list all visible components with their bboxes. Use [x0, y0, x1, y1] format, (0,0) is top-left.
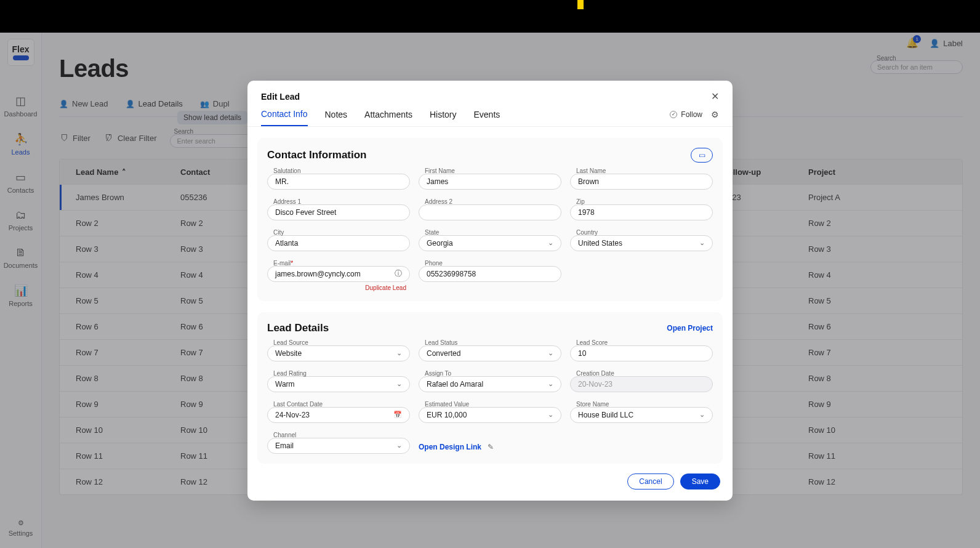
open-project-link[interactable]: Open Project: [667, 324, 713, 332]
close-icon[interactable]: ✕: [711, 92, 719, 102]
section-lead-details: Lead Details Open Project Lead Source We…: [257, 312, 723, 464]
chevron-down-icon: ⌄: [699, 411, 705, 419]
tab-history[interactable]: History: [430, 110, 457, 126]
chevron-down-icon: ⌄: [548, 349, 553, 357]
lead-rating-select[interactable]: Warm ⌄: [267, 376, 410, 392]
save-button[interactable]: Save: [680, 473, 720, 490]
field-value: 24-Nov-23: [275, 411, 310, 419]
email-error: Duplicate Lead: [267, 284, 410, 291]
lead-source-select[interactable]: Website ⌄: [267, 345, 410, 361]
chevron-down-icon: ⌄: [396, 380, 402, 388]
channel-select[interactable]: Email ⌄: [267, 438, 410, 454]
field-channel: Channel Email ⌄: [267, 432, 410, 454]
country-select[interactable]: United States ⌄: [570, 235, 713, 251]
field-value: Rafael do Amaral: [427, 380, 483, 389]
field-creation-date: Creation Date 20-Nov-23: [570, 370, 713, 392]
caret-marker: [577, 0, 584, 9]
field-value: Website: [275, 349, 302, 358]
tab-events[interactable]: Events: [473, 110, 500, 126]
field-assign-to: Assign To Rafael do Amaral ⌄: [419, 370, 561, 392]
calendar-icon[interactable]: 📅: [393, 411, 402, 419]
field-phone: Phone 055236998758: [419, 260, 561, 291]
field-value: Atlanta: [275, 239, 298, 248]
modal-footer: Cancel Save: [247, 464, 733, 501]
section-title: Lead Details: [267, 322, 329, 334]
lead-status-select[interactable]: Converted ⌄: [419, 345, 561, 361]
email-label-text: E-mail: [273, 260, 291, 267]
modal-header: Edit Lead ✕: [247, 81, 733, 102]
details-grid: Lead Source Website ⌄ Lead Status Conver…: [267, 339, 713, 454]
section-head: Lead Details Open Project: [267, 322, 713, 334]
field-estimated-value: Estimated Value EUR 10,000 ⌄: [419, 401, 561, 423]
field-value: james.brown@cyncly.com: [275, 270, 361, 278]
last-name-input[interactable]: Brown: [570, 174, 713, 190]
tab-attachments[interactable]: Attachments: [364, 110, 412, 126]
field-city: City Atlanta: [267, 229, 410, 251]
field-last-name: Last Name Brown: [570, 167, 713, 190]
salutation-input[interactable]: MR.: [267, 174, 410, 190]
field-value: Warm: [275, 380, 295, 389]
field-lead-score: Lead Score 10: [570, 339, 713, 361]
address1-input[interactable]: Disco Fever Street: [267, 204, 410, 220]
zip-input[interactable]: 1978: [570, 204, 713, 220]
field-value: House Build LLC: [578, 411, 633, 419]
city-input[interactable]: Atlanta: [267, 235, 410, 251]
check-icon: ✓: [670, 111, 677, 118]
tab-notes[interactable]: Notes: [325, 110, 348, 126]
field-value: James: [427, 177, 448, 186]
first-name-input[interactable]: James: [419, 174, 561, 190]
phone-input[interactable]: 055236998758: [419, 266, 561, 282]
contact-grid: Salutation MR. First Name James Last Nam…: [267, 167, 713, 291]
chevron-down-icon: ⌄: [699, 239, 705, 247]
lead-score-input[interactable]: 10: [570, 345, 713, 361]
field-lead-status: Lead Status Converted ⌄: [419, 339, 561, 361]
cancel-button[interactable]: Cancel: [627, 473, 673, 490]
field-first-name: First Name James: [419, 167, 561, 190]
os-topbar: [0, 0, 980, 33]
estimated-value-select[interactable]: EUR 10,000 ⌄: [419, 407, 561, 423]
required-marker: *: [291, 260, 293, 267]
modal-tabs: Contact Info Notes Attachments History E…: [247, 102, 733, 127]
open-design-link-row: Open Design Link ✎: [419, 443, 561, 454]
chevron-down-icon: ⌄: [396, 441, 402, 449]
open-design-link[interactable]: Open Design Link: [419, 443, 481, 451]
chevron-down-icon: ⌄: [396, 349, 402, 357]
assign-to-select[interactable]: Rafael do Amaral ⌄: [419, 376, 561, 392]
field-salutation: Salutation MR.: [267, 167, 410, 190]
field-store-name: Store Name House Build LLC ⌄: [570, 401, 713, 423]
field-value: 10: [578, 349, 586, 358]
address2-input[interactable]: [419, 204, 561, 220]
section-title: Contact Information: [267, 149, 367, 161]
field-value: 1978: [578, 208, 595, 217]
field-state: State Georgia ⌄: [419, 229, 561, 251]
field-last-contact: Last Contact Date 24-Nov-23 📅: [267, 401, 410, 423]
field-address1: Address 1 Disco Fever Street: [267, 198, 410, 220]
info-icon[interactable]: ⓘ: [395, 268, 402, 279]
field-value: MR.: [275, 177, 289, 186]
state-select[interactable]: Georgia ⌄: [419, 235, 561, 251]
tab-contact-info[interactable]: Contact Info: [261, 109, 308, 126]
section-head: Contact Information ▭: [267, 148, 713, 163]
field-value: Brown: [578, 177, 599, 186]
field-value: Georgia: [427, 239, 453, 248]
chevron-down-icon: ⌄: [548, 239, 553, 247]
pencil-icon[interactable]: ✎: [488, 443, 494, 451]
field-value: Converted: [427, 349, 460, 358]
field-value: Email: [275, 441, 294, 450]
app-shell: Flex ◫ Dashboard ⛹ Leads ▭ Contacts 🗂 Pr…: [0, 33, 980, 548]
store-name-select[interactable]: House Build LLC ⌄: [570, 407, 713, 423]
follow-checkbox[interactable]: ✓ Follow: [670, 110, 702, 119]
last-contact-date-input[interactable]: 24-Nov-23 📅: [267, 407, 410, 423]
field-country: Country United States ⌄: [570, 229, 713, 251]
card-view-toggle-icon[interactable]: ▭: [691, 148, 713, 163]
field-email: E-mail* james.brown@cyncly.com ⓘ Duplica…: [267, 260, 410, 291]
modal-settings-icon[interactable]: ⚙: [711, 110, 719, 119]
email-input[interactable]: james.brown@cyncly.com ⓘ: [267, 266, 410, 282]
creation-date-input: 20-Nov-23: [570, 376, 713, 392]
section-contact-info: Contact Information ▭ Salutation MR. Fir…: [257, 138, 723, 301]
edit-lead-modal: Edit Lead ✕ Contact Info Notes Attachmen…: [247, 81, 733, 501]
field-lead-source: Lead Source Website ⌄: [267, 339, 410, 361]
chevron-down-icon: ⌄: [548, 411, 553, 419]
chevron-down-icon: ⌄: [548, 380, 553, 388]
field-zip: Zip 1978: [570, 198, 713, 220]
